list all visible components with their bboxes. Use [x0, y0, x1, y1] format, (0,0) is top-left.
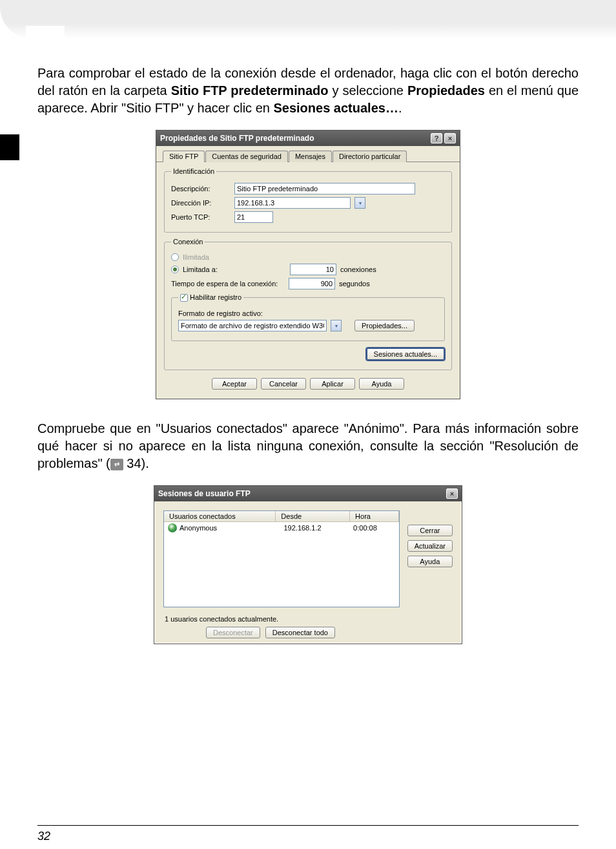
radio-limitada[interactable] [171, 266, 179, 273]
dialog-titlebar[interactable]: Sesiones de usuario FTP × [154, 486, 462, 501]
label-limitada: Limitada a: [183, 266, 286, 273]
ayuda-button[interactable]: Ayuda [359, 378, 404, 390]
fieldset-identificacion: Identificación Descripción: Dirección IP… [164, 167, 452, 233]
dialog-titlebar[interactable]: Propiedades de Sitio FTP predeterminado … [156, 131, 460, 146]
middle-paragraph: Compruebe que en "Usuarios conectados" a… [37, 420, 579, 472]
page-header-gradient [0, 0, 616, 39]
page-ref-icon: ⇄ [110, 459, 123, 470]
legend-registro: Habilitar registro [178, 293, 243, 302]
chevron-down-icon[interactable]: ▾ [354, 197, 365, 209]
text: y seleccione [328, 83, 407, 98]
propiedades-button[interactable]: Propiedades... [354, 320, 415, 331]
label-puerto-tcp: Puerto TCP: [171, 213, 231, 221]
label-ilimitada: Ilimitada [183, 253, 209, 261]
cancelar-button[interactable]: Cancelar [261, 378, 306, 390]
checkbox-habilitar-registro[interactable] [180, 294, 188, 302]
col-usuarios[interactable]: Usuarios conectados [164, 511, 276, 521]
tab-cuentas-seguridad[interactable]: Cuentas de seguridad [205, 151, 288, 162]
tab-directorio-particular[interactable]: Directorio particular [333, 151, 407, 162]
connected-users-list[interactable]: Usuarios conectados Desde Hora Anonymous… [163, 510, 400, 607]
cell-user: Anonymous [180, 524, 283, 532]
input-limitada-value[interactable] [290, 264, 336, 275]
cerrar-button[interactable]: Cerrar [407, 525, 453, 536]
col-desde[interactable]: Desde [276, 511, 350, 521]
fieldset-registro: Habilitar registro Formato de registro a… [171, 293, 445, 341]
label-descripcion: Descripción: [171, 185, 231, 193]
input-puerto-tcp[interactable] [234, 211, 273, 223]
tab-sitio-ftp[interactable]: Sitio FTP [163, 151, 205, 162]
label-conexiones: conexiones [340, 266, 376, 273]
tabstrip: Sitio FTP Cuentas de seguridad Mensajes … [156, 146, 460, 162]
aceptar-button[interactable]: Aceptar [212, 378, 257, 390]
page-ref-number: 34 [127, 456, 141, 470]
legend-conexion: Conexión [171, 238, 205, 246]
dialog-title: Propiedades de Sitio FTP predeterminado [160, 134, 314, 143]
help-icon[interactable]: ? [431, 133, 442, 143]
ftp-sessions-dialog: Sesiones de usuario FTP × Usuarios conec… [154, 485, 462, 644]
page-edge-tab [0, 134, 19, 160]
bold-text: Sitio FTP predeterminado [171, 83, 329, 98]
footer-rule [37, 825, 579, 826]
bold-text: Sesiones actuales… [273, 101, 398, 115]
legend-identificacion: Identificación [171, 167, 216, 175]
desconectar-button[interactable]: Desconectar [206, 627, 260, 638]
input-descripcion[interactable] [234, 183, 415, 194]
bold-text: Propiedades [407, 83, 485, 98]
close-icon[interactable]: × [446, 488, 458, 499]
select-formato-registro[interactable] [178, 320, 327, 331]
list-header: Usuarios conectados Desde Hora [164, 511, 399, 522]
input-tiempo-espera[interactable] [289, 278, 335, 289]
label-formato-activo: Formato de registro activo: [178, 309, 263, 317]
desconectar-todo-button[interactable]: Desconectar todo [265, 627, 335, 638]
tab-mensajes[interactable]: Mensajes [289, 151, 332, 162]
close-icon[interactable]: × [444, 133, 456, 143]
text: ). [141, 456, 149, 470]
dialog-title: Sesiones de usuario FTP [158, 489, 251, 498]
col-hora[interactable]: Hora [350, 511, 399, 521]
label-segundos: segundos [339, 280, 370, 288]
list-item[interactable]: Anonymous 192.168.1.2 0:00:08 [164, 522, 399, 534]
chevron-down-icon[interactable]: ▾ [331, 320, 342, 331]
fieldset-conexion: Conexión Ilimitada Limitada a: conexione… [164, 238, 452, 370]
cell-time: 0:00:08 [353, 524, 395, 532]
user-icon [168, 523, 177, 532]
actualizar-button[interactable]: Actualizar [407, 540, 453, 552]
ftp-properties-dialog: Propiedades de Sitio FTP predeterminado … [156, 130, 460, 399]
input-direccion-ip[interactable] [234, 197, 351, 209]
ayuda-button[interactable]: Ayuda [407, 556, 453, 567]
status-text: 1 usuarios conectados actualmente. [154, 615, 462, 625]
label-direccion-ip: Dirección IP: [171, 199, 231, 207]
text: . [398, 101, 402, 115]
intro-paragraph: Para comprobar el estado de la conexión … [37, 65, 579, 117]
cell-from: 192.168.1.2 [283, 524, 353, 532]
radio-ilimitada[interactable] [171, 253, 179, 261]
label-tiempo-espera: Tiempo de espera de la conexión: [171, 280, 285, 288]
label-habilitar-registro: Habilitar registro [190, 293, 241, 301]
sesiones-actuales-button[interactable]: Sesiones actuales... [366, 348, 445, 361]
page-number: 32 [37, 830, 579, 843]
aplicar-button[interactable]: Aplicar [310, 378, 355, 390]
